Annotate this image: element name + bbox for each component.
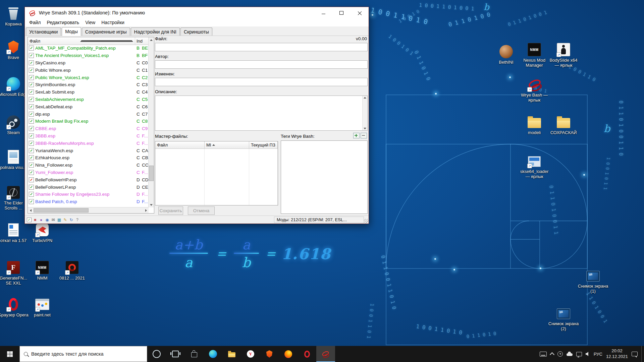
desktop-icon-app0812[interactable]: 0812 ... 2021 <box>56 260 88 281</box>
mod-checkbox[interactable]: ✓ <box>29 104 34 109</box>
close-button[interactable] <box>351 7 369 18</box>
clock-tray-icon[interactable] <box>557 351 563 357</box>
mod-checkbox[interactable]: ✓ <box>29 89 34 95</box>
taskbar-app-explorer[interactable] <box>222 346 241 362</box>
taskbar-app-store[interactable] <box>185 346 204 362</box>
mod-checkbox[interactable]: ✓ <box>29 97 34 102</box>
description-textarea[interactable] <box>155 96 368 131</box>
mod-checkbox[interactable]: ✓ <box>29 170 34 175</box>
tab-Надстройки для INI[interactable]: Надстройки для INI <box>131 27 180 36</box>
add-tag-button[interactable] <box>353 133 360 138</box>
desktop-icon-skse[interactable]: skse64_loader — ярлык <box>518 154 550 179</box>
menu-item-View[interactable]: View <box>82 19 98 26</box>
mod-checkbox[interactable]: ✓ <box>29 163 34 168</box>
mod-checkbox[interactable]: ✓ <box>29 148 34 153</box>
column-header-index[interactable]: Ind <box>135 39 149 44</box>
mod-list-vertical-scrollbar[interactable] <box>148 37 154 207</box>
desktop-icon-paintnet[interactable]: paint.net <box>26 297 58 318</box>
file-input[interactable] <box>155 43 368 51</box>
mod-checkbox[interactable]: ✓ <box>29 112 34 117</box>
people-icon[interactable]: ◉ <box>45 217 50 222</box>
onedrive-cloud-icon[interactable] <box>567 353 573 356</box>
title-bar[interactable]: Wrye Smash 309.1 (Standalone): По умолча… <box>25 7 369 18</box>
mod-row[interactable]: ✓BelleFollowerHP.espDCD <box>28 176 149 183</box>
mod-checkbox[interactable]: ✓ <box>29 199 34 204</box>
description-scrollbar[interactable] <box>362 96 367 130</box>
horizontal-scrollbar-thumb[interactable] <box>34 208 89 213</box>
desktop-icon-turbovpn[interactable]: TurboVPN <box>26 223 58 243</box>
menu-item-Файл[interactable]: Файл <box>26 19 44 26</box>
mod-checkbox[interactable]: ✓ <box>29 155 34 160</box>
doc-editor-icon[interactable]: ✎ <box>63 217 68 222</box>
mod-row[interactable]: ✓Bashed Patch, 0.espDF... <box>28 198 149 205</box>
masters-column-Файл[interactable]: Файл <box>155 141 205 148</box>
volume-icon[interactable] <box>586 352 590 356</box>
modified-input[interactable] <box>155 78 368 86</box>
scroll-down-button[interactable] <box>149 202 154 207</box>
desktop-icon-bodyslide[interactable]: BodySlide x64 — ярлык <box>547 42 580 68</box>
doc-browser-icon[interactable]: ● <box>39 217 44 222</box>
mod-row[interactable]: ✓3BBB.espCF... <box>28 132 149 140</box>
desktop-icon-screenshot1[interactable]: Снимок экрана (1) <box>577 268 609 294</box>
start-button[interactable] <box>0 346 19 362</box>
desktop-icon-screenshot2[interactable]: Снимок экрана (2) <box>547 306 580 331</box>
mod-row[interactable]: ✓EzhkaHouse.espCCB <box>28 154 149 162</box>
resize-grip[interactable] <box>364 219 368 223</box>
mod-row[interactable]: ✓SkyCasino.espCC0 <box>28 59 149 67</box>
clock[interactable]: 20:02 12.12.2021 <box>606 348 628 360</box>
mod-row[interactable]: ✓Public Whore.espCC1 <box>28 66 149 74</box>
doc-checkbox-icon[interactable]: ✓ <box>27 218 32 222</box>
taskbar-app-brave[interactable] <box>260 346 279 362</box>
tags-box[interactable] <box>281 140 368 214</box>
taskbar-app-wrye[interactable] <box>316 346 335 362</box>
desktop-icon-opera[interactable]: Браузер Opera <box>0 297 30 318</box>
mod-row[interactable]: ✓AML_TAP_MF_Compatibility_Patch.espBBE <box>28 45 149 52</box>
tab-Скриншоты[interactable]: Скриншоты <box>180 27 212 36</box>
menu-item-Настройки[interactable]: Настройки <box>98 19 127 26</box>
mod-checkbox[interactable]: ✓ <box>29 53 34 58</box>
desktop-icon-nexus[interactable]: NMMNexus Mod Manager <box>518 42 550 68</box>
screenshots-icon[interactable]: ▦ <box>57 217 62 222</box>
taskbar-app-edge[interactable] <box>204 346 222 362</box>
mod-checkbox[interactable]: ✓ <box>29 119 34 124</box>
maximize-button[interactable] <box>332 7 351 18</box>
mod-checkbox[interactable]: ✓ <box>29 141 34 146</box>
plugin-checker-icon[interactable]: ■ <box>33 217 38 222</box>
settings-icon[interactable]: ↻ <box>69 217 74 222</box>
mod-row[interactable]: ✓SexLabDefeat.espCC6 <box>28 103 149 110</box>
cancel-button[interactable]: Отмена <box>188 206 215 215</box>
mod-checkbox[interactable]: ✓ <box>29 192 34 197</box>
scroll-up-button[interactable] <box>149 37 154 43</box>
mod-row[interactable]: ✓Nina_Follower.espCCC <box>28 162 149 169</box>
mod-row[interactable]: ✓CBBE.espCC9 <box>28 125 149 132</box>
desktop-icon-modeli[interactable]: modeli <box>518 115 550 135</box>
mod-checkbox[interactable]: ✓ <box>29 75 34 80</box>
desktop-icon-nmm[interactable]: NMMNMM <box>26 260 58 281</box>
tab-Моды[interactable]: Моды <box>62 27 81 36</box>
desktop-icon-bethini[interactable]: BethINI <box>490 44 522 65</box>
mod-checkbox[interactable]: ✓ <box>29 133 34 138</box>
minimize-button[interactable] <box>314 7 332 18</box>
scroll-left-button[interactable] <box>28 207 33 213</box>
mod-checkbox[interactable]: ✓ <box>29 68 34 73</box>
help-icon[interactable]: ? <box>75 217 80 222</box>
mod-row[interactable]: ✓3BBB-RaceMenuMorphs.espCF... <box>28 139 149 147</box>
mod-checkbox[interactable]: ✓ <box>29 177 34 182</box>
mod-checkbox[interactable]: ✓ <box>29 126 34 131</box>
mod-row[interactable]: ✓SexLab Submit.espCC4 <box>28 88 149 96</box>
author-input[interactable] <box>155 60 368 69</box>
vertical-scrollbar-thumb[interactable] <box>149 166 154 181</box>
mod-row[interactable]: ✓Shamie Follower by Engeljess23.espDF... <box>28 191 149 198</box>
action-center-icon[interactable] <box>632 352 638 356</box>
desktop-icon-otkat[interactable]: откат на 1.57 <box>0 223 30 243</box>
mod-row[interactable]: ✓Modern Brawl Bug Fix.espCC8 <box>28 118 149 125</box>
taskbar-app-firefox[interactable] <box>279 346 298 362</box>
mod-row[interactable]: ✓BelleFollowerLP.espDCE <box>28 183 149 191</box>
scroll-right-button[interactable] <box>143 207 149 213</box>
mod-checkbox[interactable]: ✓ <box>29 82 34 87</box>
desktop-icon-generatefnis[interactable]: FGenerateFN... SE XXL <box>0 260 30 286</box>
save-button[interactable]: Сохранить <box>158 206 183 215</box>
taskbar-app-taskview[interactable] <box>166 346 185 362</box>
column-header-file[interactable]: Файл <box>28 37 135 45</box>
mod-row[interactable]: ✓Yumi_Follower.espCF... <box>28 169 149 176</box>
